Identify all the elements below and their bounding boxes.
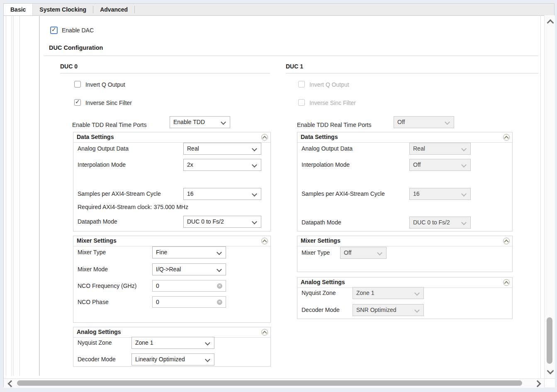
duc0-analog-output-data-label: Analog Output Data: [78, 143, 129, 155]
duc0-nyquist-zone-label: Nyquist Zone: [78, 337, 112, 349]
nested-panel-border: [6, 15, 6, 376]
horizontal-scrollbar[interactable]: [4, 378, 544, 388]
scroll-down-icon[interactable]: [547, 368, 554, 375]
duc1-decoder-mode-dropdown: SNR Optimized: [353, 304, 424, 316]
chevron-up-icon: [504, 281, 508, 285]
collapse-section-icon[interactable]: [503, 238, 510, 244]
chevron-down-icon: [414, 290, 420, 296]
duc0-mixer-type-dropdown[interactable]: Fine: [152, 246, 226, 258]
duc0-mixer-mode-dropdown[interactable]: I/Q->Real: [152, 263, 226, 275]
duc0-decoder-mode-label: Decoder Mode: [78, 353, 116, 365]
collapse-section-icon[interactable]: [261, 238, 268, 244]
chevron-down-icon: [461, 162, 467, 168]
scrollbar-corner: [544, 378, 555, 387]
duc1-tdd-dropdown: Off: [394, 116, 454, 128]
duc0-data-settings-title: Data Settings: [77, 132, 114, 142]
duc1-nyquist-zone-label: Nyquist Zone: [302, 287, 336, 299]
duc1-mixer-settings-panel: Mixer Settings Mixer Type Off: [297, 236, 513, 272]
duc1-decoder-mode-label: Decoder Mode: [302, 304, 340, 316]
nested-panel-border: [19, 15, 20, 376]
scroll-up-icon[interactable]: [547, 19, 554, 27]
duc1-inverse-sinc-checkbox: [298, 99, 305, 106]
clear-field-icon[interactable]: [217, 283, 222, 289]
collapse-section-icon[interactable]: [261, 329, 268, 336]
duc-configuration-title: DUC Configuration: [49, 44, 103, 51]
checkmark-icon: [51, 26, 56, 33]
duc0-nco-frequency-input[interactable]: 0: [152, 280, 226, 292]
duc1-analog-settings-panel: Analog Settings Nyquist Zone Zone 1 Deco…: [297, 277, 513, 319]
duc0-title: DUC 0: [60, 63, 78, 70]
duc0-data-settings-header: Data Settings: [73, 132, 270, 143]
duc0-analog-output-data-dropdown[interactable]: Real: [183, 143, 261, 155]
duc0-samples-per-cycle-label: Samples per AXI4-Stream Cycle: [78, 188, 161, 200]
duc1-analog-output-data-label: Analog Output Data: [302, 143, 353, 155]
chevron-down-icon: [221, 119, 226, 125]
section-divider: [44, 56, 538, 56]
duc0-interpolation-mode-dropdown[interactable]: 2x: [183, 159, 261, 171]
duc1-mixer-type-label: Mixer Type: [302, 247, 330, 259]
duc0-tdd-label: Enable TDD Real Time Ports: [72, 119, 146, 131]
duc0-mixer-settings-header: Mixer Settings: [73, 236, 270, 246]
chevron-down-icon: [205, 340, 210, 346]
duc0-decoder-mode-dropdown[interactable]: Linearity Optimized: [131, 353, 214, 365]
duc0-analog-settings-panel: Analog Settings Nyquist Zone Zone 1 Deco…: [73, 327, 271, 367]
collapse-section-icon[interactable]: [261, 134, 268, 141]
tab-system-clocking[interactable]: System Clocking: [33, 4, 93, 15]
collapse-section-icon[interactable]: [503, 134, 510, 141]
duc0-tdd-dropdown[interactable]: Enable TDD: [170, 116, 230, 128]
duc0-mixer-settings-panel: Mixer Settings Mixer Type Fine Mixer Mod…: [73, 236, 271, 323]
chevron-down-icon: [205, 357, 210, 362]
clear-field-icon[interactable]: [217, 299, 222, 305]
nested-panel-border: [39, 15, 40, 376]
chevron-down-icon: [377, 250, 382, 256]
duc0-invert-q-label: Invert Q Output: [85, 81, 125, 88]
duc0-invert-q-checkbox[interactable]: [74, 81, 81, 88]
chevron-down-icon: [252, 191, 257, 197]
chevron-up-icon: [262, 331, 267, 335]
ip-config-window: Basic System Clocking Advanced Enable DA…: [3, 3, 555, 387]
chevron-down-icon: [216, 250, 222, 255]
duc1-mixer-settings-header: Mixer Settings: [297, 236, 512, 246]
content-right-border: [540, 15, 541, 378]
enable-dac-checkbox[interactable]: [50, 27, 58, 34]
duc0-required-clock-text: Required AXI4-Stream clock: 375.000 MHz: [78, 203, 188, 211]
duc1-analog-output-data-dropdown: Real: [409, 143, 471, 155]
duc0-mixer-type-label: Mixer Type: [78, 246, 106, 258]
duc0-datapath-mode-label: Datapath Mode: [78, 216, 117, 228]
duc1-invert-q-label: Invert Q Output: [309, 81, 349, 88]
scroll-left-icon[interactable]: [8, 380, 15, 387]
duc0-interpolation-mode-label: Interpolation Mode: [78, 159, 126, 171]
duc0-nco-phase-input[interactable]: 0: [152, 296, 226, 308]
tab-bar: Basic System Clocking Advanced: [4, 4, 554, 16]
duc0-nyquist-zone-dropdown[interactable]: Zone 1: [131, 337, 214, 349]
duc0-nco-phase-label: NCO Phase: [78, 296, 109, 308]
screenshot-root: Basic System Clocking Advanced Enable DA…: [0, 0, 557, 392]
collapse-section-icon[interactable]: [503, 279, 510, 286]
vertical-scrollbar-thumb[interactable]: [547, 317, 552, 364]
nested-panel-border: [12, 15, 12, 376]
duc1-analog-settings-title: Analog Settings: [301, 278, 345, 287]
tab-basic[interactable]: Basic: [4, 4, 33, 15]
duc0-inverse-sinc-label: Inverse Sinc Filter: [85, 100, 132, 106]
duc1-datapath-mode-dropdown: DUC 0 to Fs/2: [409, 217, 471, 229]
duc1-analog-settings-header: Analog Settings: [297, 278, 512, 288]
duc0-analog-settings-header: Analog Settings: [73, 327, 270, 338]
tab-separator: [134, 6, 135, 13]
duc1-nyquist-zone-dropdown: Zone 1: [353, 287, 424, 299]
chevron-down-icon: [461, 191, 467, 197]
vertical-scrollbar[interactable]: [544, 15, 555, 378]
duc1-inverse-sinc-label: Inverse Sinc Filter: [309, 100, 356, 106]
duc0-datapath-mode-dropdown[interactable]: DUC 0 to Fs/2: [183, 216, 261, 228]
horizontal-scrollbar-thumb[interactable]: [17, 380, 522, 386]
duc0-samples-per-cycle-dropdown[interactable]: 16: [183, 188, 261, 200]
tab-advanced[interactable]: Advanced: [93, 4, 134, 15]
duc1-samples-per-cycle-label: Samples per AXI4-Stream Cycle: [302, 188, 385, 200]
duc1-mixer-settings-title: Mixer Settings: [301, 236, 341, 246]
duc1-samples-per-cycle-dropdown: 16: [409, 188, 471, 200]
scroll-right-icon[interactable]: [534, 380, 541, 387]
nested-panel-border: [13, 15, 14, 376]
duc0-inverse-sinc-checkbox[interactable]: [74, 99, 81, 106]
duc1-mixer-type-dropdown: Off: [340, 247, 387, 259]
chevron-down-icon: [461, 146, 467, 151]
duc1-title-underline: [286, 73, 538, 73]
